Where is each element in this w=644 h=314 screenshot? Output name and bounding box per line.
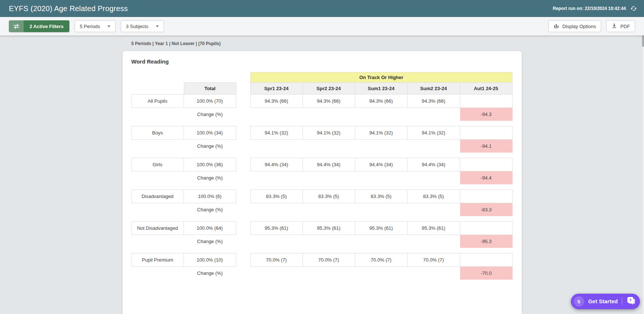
subject-title: Word Reading [131,58,513,65]
group-gap [131,153,513,158]
periods-dropdown[interactable]: 5 Periods [75,20,116,32]
period-value-cell: 95.3% (61) [408,221,460,235]
subjects-dropdown[interactable]: 3 Subjects [121,20,164,32]
change-label: Change (%) [184,235,236,248]
change-label: Change (%) [184,108,236,121]
table-spacer [250,267,460,280]
change-row: Change (%)-95.3 [131,235,513,248]
row-label-cell: All Pupils [131,94,184,108]
display-options-button[interactable]: Display Options [548,20,601,32]
period-value-cell: 83.3% (5) [355,190,408,203]
group-gap [131,121,513,126]
change-row: Change (%)-94.4 [131,171,513,184]
group-gap [131,184,513,190]
toolbar: 2 Active Filters 5 Periods 3 Subjects Di… [0,17,644,35]
total-value-cell: 100.0% (64) [184,221,236,235]
change-row: Change (%)-94.1 [131,140,513,153]
period-value-cell: 94.4% (34) [408,158,460,171]
table-spacer [236,235,250,248]
table-spacer [250,108,460,121]
change-label: Change (%) [184,140,236,153]
period-header-cell: Sum1 23-24 [355,82,408,94]
table-spacer [131,108,184,121]
total-value-cell: 100.0% (36) [184,158,236,171]
table-row: Not Disadvantaged100.0% (64)95.3% (61)95… [131,221,513,235]
change-label: Change (%) [184,267,236,280]
table-spacer [131,171,184,184]
table-spacer [236,267,250,280]
period-header-cell: Spr2 23-24 [303,82,355,94]
group-gap [131,216,513,221]
period-value-cell [460,158,513,171]
period-value-cell [460,221,513,235]
table-spacer [236,126,250,140]
filter-sliders-icon[interactable] [9,20,24,32]
vertical-scrollbar[interactable] [642,17,644,314]
launcher-label: Get Started [588,298,618,304]
table-spacer [131,235,184,248]
group-gap [131,280,513,285]
page-title: EYFS (2020) Age Related Progress [9,4,128,13]
row-label-cell: Disadvantaged [131,190,184,203]
pdf-button[interactable]: PDF [606,20,635,32]
table-spacer [236,140,250,153]
change-label: Change (%) [184,203,236,216]
active-filters-label: 2 Active Filters [24,20,69,32]
period-value-cell [460,190,513,203]
period-value-cell: 94.1% (32) [250,126,303,140]
table-spacer [236,203,250,216]
period-value-cell: 94.1% (32) [355,126,408,140]
svg-text:?: ? [629,298,632,303]
total-value-cell: 100.0% (70) [184,94,236,108]
period-value-cell: 94.3% (66) [303,94,355,108]
total-value-cell: 100.0% (10) [184,253,236,267]
band-header-cell: On Track Or Higher [250,72,513,82]
period-value-cell: 94.3% (66) [250,94,303,108]
period-value-cell [460,126,513,140]
chevron-down-icon [156,25,159,27]
table-spacer [250,235,460,248]
period-header-cell: Spr1 23-24 [250,82,303,94]
breadcrumb: 5 Periods | Year 1 | Not Leaver | (70 Pu… [123,41,522,46]
get-started-launcher[interactable]: 5 Get Started ? [571,294,640,309]
period-value-cell: 70.0% (7) [250,253,303,267]
active-filters-button[interactable]: 2 Active Filters [9,20,69,32]
help-chat-icon[interactable]: ? [626,296,636,307]
refresh-icon[interactable] [630,5,637,12]
row-label-cell: Boys [131,126,184,140]
bar-chart-icon [554,23,559,30]
table-spacer [131,72,250,82]
change-value-cell: -94.1 [460,140,513,153]
table-spacer [236,108,250,121]
row-label-cell: Girls [131,158,184,171]
period-value-cell: 83.3% (5) [250,190,303,203]
period-value-cell: 94.1% (32) [303,126,355,140]
period-value-cell: 94.4% (34) [250,158,303,171]
main-content: 5 Periods | Year 1 | Not Leaver | (70 Pu… [0,35,644,314]
table-spacer [131,267,184,280]
table-spacer [131,82,184,94]
change-value-cell: -94.4 [460,171,513,184]
change-label: Change (%) [184,171,236,184]
pdf-label: PDF [620,24,630,29]
change-value-cell: -70.0 [460,267,513,280]
table-row: Boys100.0% (34)94.1% (32)94.1% (32)94.1%… [131,126,513,140]
launcher-count-badge: 5 [574,296,584,307]
row-label-cell: Not Disadvantaged [131,221,184,235]
row-label-cell: Pupil Premium [131,253,184,267]
table-row: Pupil Premium100.0% (10)70.0% (7)70.0% (… [131,253,513,267]
group-gap [131,248,513,253]
top-header-bar: EYFS (2020) Age Related Progress Report … [0,0,644,17]
change-value-cell: -95.3 [460,235,513,248]
change-value-cell: -83.3 [460,203,513,216]
period-value-cell: 83.3% (5) [303,190,355,203]
report-run-label: Report run on: 22/10/2024 10:42:44 [553,6,626,11]
period-value-cell: 94.4% (34) [355,158,408,171]
period-value-cell: 70.0% (7) [408,253,460,267]
period-value-cell: 70.0% (7) [355,253,408,267]
change-value-cell: -94.3 [460,108,513,121]
report-run-area: Report run on: 22/10/2024 10:42:44 [553,5,637,12]
table-spacer [250,171,460,184]
table-spacer [236,158,250,171]
progress-table: On Track Or HigherTotalSpr1 23-24Spr2 23… [131,72,513,285]
